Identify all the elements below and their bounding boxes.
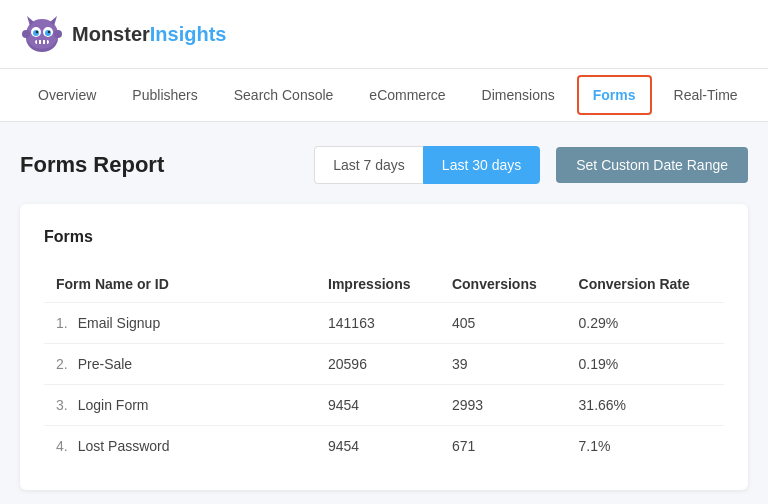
- col-form-name: Form Name or ID: [44, 266, 316, 303]
- table-row: 1.Email Signup 141163 405 0.29%: [44, 303, 724, 344]
- custom-date-range-button[interactable]: Set Custom Date Range: [556, 147, 748, 183]
- nav-publishers[interactable]: Publishers: [114, 73, 215, 117]
- col-impressions: Impressions: [316, 266, 440, 303]
- cell-name: 4.Lost Password: [44, 426, 316, 467]
- cell-rate: 7.1%: [567, 426, 724, 467]
- last-30-days-button[interactable]: Last 30 days: [423, 146, 540, 184]
- cell-impressions: 9454: [316, 426, 440, 467]
- svg-point-7: [48, 31, 50, 33]
- report-header: Forms Report Last 7 days Last 30 days Se…: [20, 146, 748, 184]
- cell-impressions: 141163: [316, 303, 440, 344]
- logo-text: MonsterInsights: [72, 23, 226, 46]
- monster-icon: [20, 12, 64, 56]
- svg-rect-9: [37, 40, 39, 44]
- row-number: 2.: [56, 356, 68, 372]
- col-conversion-rate: Conversion Rate: [567, 266, 724, 303]
- card-title: Forms: [44, 228, 724, 246]
- cell-rate: 31.66%: [567, 385, 724, 426]
- forms-card: Forms Form Name or ID Impressions Conver…: [20, 204, 748, 490]
- svg-point-5: [45, 30, 51, 36]
- svg-rect-11: [45, 40, 47, 44]
- svg-point-4: [33, 30, 39, 36]
- cell-rate: 0.19%: [567, 344, 724, 385]
- cell-conversions: 405: [440, 303, 567, 344]
- row-number: 1.: [56, 315, 68, 331]
- cell-conversions: 39: [440, 344, 567, 385]
- nav-overview[interactable]: Overview: [20, 73, 114, 117]
- forms-table: Form Name or ID Impressions Conversions …: [44, 266, 724, 466]
- table-row: 4.Lost Password 9454 671 7.1%: [44, 426, 724, 467]
- cell-conversions: 671: [440, 426, 567, 467]
- date-buttons: Last 7 days Last 30 days: [314, 146, 540, 184]
- table-row: 3.Login Form 9454 2993 31.66%: [44, 385, 724, 426]
- svg-point-15: [54, 30, 62, 38]
- nav-ecommerce[interactable]: eCommerce: [351, 73, 463, 117]
- nav-realtime[interactable]: Real-Time: [656, 73, 756, 117]
- row-number: 4.: [56, 438, 68, 454]
- table-row: 2.Pre-Sale 20596 39 0.19%: [44, 344, 724, 385]
- main-nav: Overview Publishers Search Console eComm…: [0, 69, 768, 122]
- cell-name: 3.Login Form: [44, 385, 316, 426]
- col-conversions: Conversions: [440, 266, 567, 303]
- nav-search-console[interactable]: Search Console: [216, 73, 352, 117]
- svg-point-6: [36, 31, 38, 33]
- svg-rect-10: [41, 40, 43, 44]
- cell-impressions: 9454: [316, 385, 440, 426]
- main-content: Forms Report Last 7 days Last 30 days Se…: [0, 122, 768, 504]
- cell-conversions: 2993: [440, 385, 567, 426]
- report-title: Forms Report: [20, 152, 164, 178]
- app-header: MonsterInsights: [0, 0, 768, 69]
- cell-impressions: 20596: [316, 344, 440, 385]
- last-7-days-button[interactable]: Last 7 days: [314, 146, 423, 184]
- cell-name: 2.Pre-Sale: [44, 344, 316, 385]
- svg-point-14: [22, 30, 30, 38]
- nav-forms[interactable]: Forms: [577, 75, 652, 115]
- cell-name: 1.Email Signup: [44, 303, 316, 344]
- cell-rate: 0.29%: [567, 303, 724, 344]
- table-header-row: Form Name or ID Impressions Conversions …: [44, 266, 724, 303]
- date-range-controls: Last 7 days Last 30 days Set Custom Date…: [314, 146, 748, 184]
- row-number: 3.: [56, 397, 68, 413]
- nav-dimensions[interactable]: Dimensions: [464, 73, 573, 117]
- logo: MonsterInsights: [20, 12, 226, 56]
